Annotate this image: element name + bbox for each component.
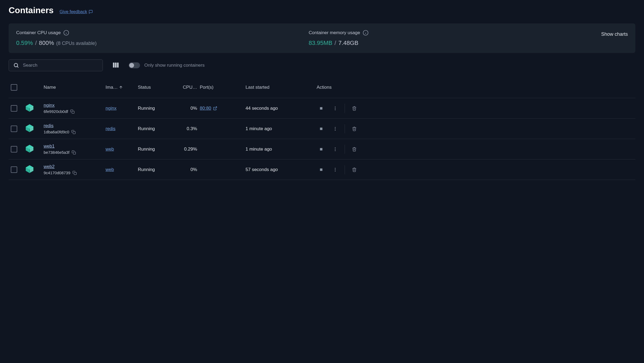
row-checkbox[interactable] xyxy=(11,126,17,132)
last-started-text: 1 minute ago xyxy=(246,126,272,131)
svg-rect-42 xyxy=(320,148,323,150)
svg-point-21 xyxy=(335,106,336,107)
copy-icon[interactable] xyxy=(71,130,76,134)
column-header-cpu[interactable]: CPU… xyxy=(173,85,200,90)
cpu-extra-text: (8 CPUs available) xyxy=(56,41,97,46)
stop-button[interactable] xyxy=(317,165,326,174)
containers-table: Name Ima… Status CPU… Port(s) Last start… xyxy=(9,77,635,180)
kebab-menu-icon xyxy=(333,106,338,111)
running-filter-label: Only show running containers xyxy=(144,63,205,68)
stop-icon xyxy=(319,126,324,131)
column-header-status[interactable]: Status xyxy=(138,85,173,90)
table-row: web1 be73846e5a3f web Running 0.29% 1 mi… xyxy=(9,139,635,159)
cpu-text: 0% xyxy=(173,106,200,111)
stats-panel: Container CPU usage 0.59% / 800% (8 CPUs… xyxy=(9,23,635,53)
search-input-wrap[interactable] xyxy=(9,59,103,71)
row-checkbox[interactable] xyxy=(11,146,17,152)
svg-point-45 xyxy=(335,150,336,151)
cpu-separator: / xyxy=(35,40,37,47)
container-id: be73846e5a3f xyxy=(44,150,69,155)
stop-button[interactable] xyxy=(317,104,326,113)
container-name-link[interactable]: web1 xyxy=(44,144,106,149)
last-started-text: 1 minute ago xyxy=(246,147,272,152)
delete-button[interactable] xyxy=(350,145,359,154)
more-actions-button[interactable] xyxy=(331,145,340,154)
copy-icon[interactable] xyxy=(72,171,77,175)
info-icon[interactable] xyxy=(363,30,369,36)
status-text: Running xyxy=(138,167,155,172)
container-name-link[interactable]: redis xyxy=(44,123,106,129)
port-link[interactable]: 80:80 xyxy=(200,106,217,111)
column-header-image-label: Ima… xyxy=(106,85,118,90)
memory-separator: / xyxy=(335,40,336,47)
image-link[interactable]: web xyxy=(106,167,114,172)
kebab-menu-icon xyxy=(333,126,338,131)
search-icon xyxy=(13,62,19,68)
delete-button[interactable] xyxy=(350,165,359,174)
column-header-actions: Actions xyxy=(313,85,635,90)
row-checkbox[interactable] xyxy=(11,105,17,112)
stop-icon xyxy=(319,167,324,172)
container-name-link[interactable]: web2 xyxy=(44,164,106,169)
image-link[interactable]: web xyxy=(106,147,114,152)
column-header-ports[interactable]: Port(s) xyxy=(200,85,246,90)
container-name-link[interactable]: nginx xyxy=(44,103,106,108)
show-charts-button[interactable]: Show charts xyxy=(601,30,628,37)
copy-icon[interactable] xyxy=(70,109,75,114)
trash-icon xyxy=(352,106,357,111)
container-icon xyxy=(25,103,34,113)
cpu-total-value: 800% xyxy=(39,40,54,47)
last-started-text: 44 seconds ago xyxy=(246,106,278,111)
feedback-icon xyxy=(89,10,93,14)
stop-button[interactable] xyxy=(317,145,326,154)
trash-icon xyxy=(352,126,357,131)
container-icon xyxy=(25,144,34,154)
stop-button[interactable] xyxy=(317,124,326,133)
column-header-last[interactable]: Last started xyxy=(246,85,313,90)
container-id: 6fe9920cb0df xyxy=(44,109,68,114)
svg-rect-31 xyxy=(320,127,323,130)
column-header-image[interactable]: Ima… xyxy=(106,85,138,90)
kebab-menu-icon xyxy=(333,147,338,152)
svg-rect-20 xyxy=(320,107,323,109)
columns-icon xyxy=(112,61,120,69)
feedback-link-label: Give feedback xyxy=(60,9,87,14)
cpu-usage-label: Container CPU usage xyxy=(16,30,61,35)
svg-rect-53 xyxy=(320,168,323,171)
delete-button[interactable] xyxy=(350,124,359,133)
svg-rect-52 xyxy=(74,172,76,175)
controls-row: Only show running containers xyxy=(9,59,635,71)
cpu-used-value: 0.59% xyxy=(16,40,33,47)
svg-line-7 xyxy=(17,66,18,67)
svg-rect-8 xyxy=(113,62,115,67)
svg-point-43 xyxy=(335,147,336,148)
status-text: Running xyxy=(138,126,155,131)
svg-rect-10 xyxy=(117,62,119,67)
memory-total-value: 7.48GB xyxy=(338,40,359,47)
give-feedback-link[interactable]: Give feedback xyxy=(60,9,93,14)
cpu-usage-block: Container CPU usage 0.59% / 800% (8 CPUs… xyxy=(16,30,309,47)
trash-icon xyxy=(352,147,357,152)
image-link[interactable]: nginx xyxy=(106,106,117,111)
columns-button[interactable] xyxy=(110,60,121,71)
more-actions-button[interactable] xyxy=(331,165,340,174)
svg-point-44 xyxy=(335,149,336,150)
more-actions-button[interactable] xyxy=(331,124,340,133)
row-checkbox[interactable] xyxy=(11,166,17,173)
column-header-name[interactable]: Name xyxy=(44,85,106,90)
memory-usage-label: Container memory usage xyxy=(309,30,360,35)
more-actions-button[interactable] xyxy=(331,104,340,113)
svg-point-32 xyxy=(335,127,336,128)
svg-rect-18 xyxy=(72,111,74,113)
delete-button[interactable] xyxy=(350,104,359,113)
running-filter-toggle[interactable] xyxy=(129,62,140,68)
select-all-checkbox[interactable] xyxy=(11,84,17,91)
actions-divider xyxy=(345,145,345,154)
info-icon[interactable] xyxy=(63,30,69,36)
cpu-text: 0.3% xyxy=(173,126,200,131)
search-input[interactable] xyxy=(23,63,98,68)
svg-point-33 xyxy=(335,128,336,129)
stop-icon xyxy=(319,147,324,152)
image-link[interactable]: redis xyxy=(106,126,116,131)
copy-icon[interactable] xyxy=(72,150,76,155)
